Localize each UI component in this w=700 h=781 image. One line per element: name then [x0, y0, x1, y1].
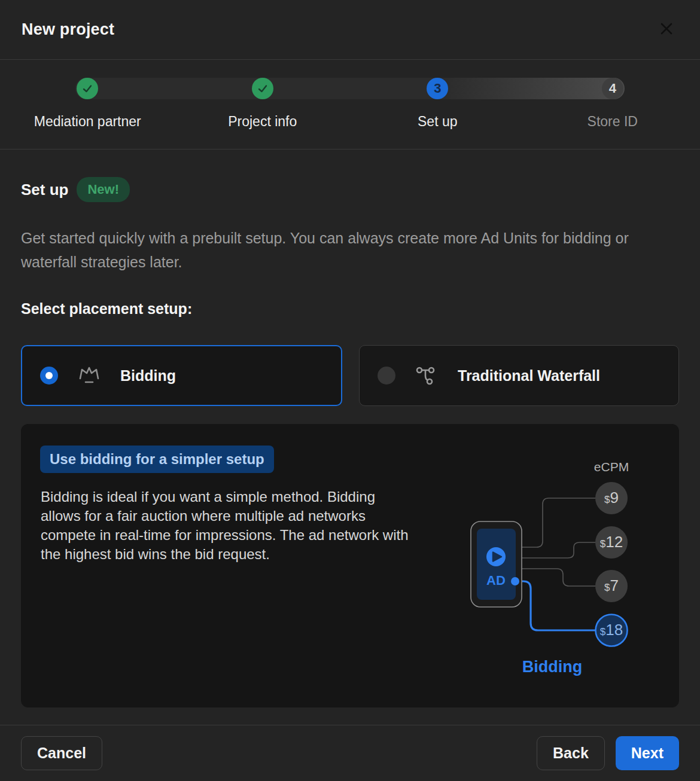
footer-right-actions: Back Next [537, 736, 679, 770]
step-4-label: Store ID [588, 114, 638, 130]
crown-icon [76, 364, 102, 388]
step-1-indicator [77, 78, 98, 99]
modal-title: New project [22, 20, 114, 39]
placement-options: Bidding Traditional Waterfall [21, 345, 679, 406]
bid-circle: $9 [595, 482, 628, 514]
bidding-tip-badge: Use bidding for a simpler setup [40, 446, 274, 473]
check-icon [256, 82, 269, 95]
setup-description: Get started quickly with a prebuilt setu… [21, 226, 679, 274]
phone-illustration: AD [471, 521, 522, 607]
modal-body: Set up New! Get started quickly with a p… [0, 150, 700, 725]
waterfall-radio[interactable] [378, 367, 395, 385]
step-2-indicator [252, 78, 273, 99]
new-badge: New! [77, 177, 130, 202]
step-4-indicator: 4 [602, 78, 623, 99]
bidding-description: Bidding is ideal if you want a simple me… [41, 487, 418, 564]
close-button[interactable] [655, 18, 678, 42]
step-set-up[interactable]: 3 Set up [350, 78, 525, 130]
stepper: Mediation partner Project info 3 Set up … [0, 60, 700, 150]
step-1-label: Mediation partner [34, 114, 141, 130]
bid-origin-dot [511, 577, 519, 585]
modal-footer: Cancel Back Next [0, 725, 700, 781]
new-project-modal: New project Mediation partner [0, 0, 700, 781]
bid-circle-winning: $18 [596, 615, 628, 646]
illustration-caption: Bidding [522, 658, 582, 676]
step-3-indicator: 3 [427, 78, 448, 99]
check-icon [81, 82, 94, 95]
step-store-id[interactable]: 4 Store ID [525, 78, 700, 130]
connector-lines [522, 498, 595, 586]
bidding-radio[interactable] [40, 367, 58, 385]
bidding-illustration: eCPM [448, 448, 664, 699]
ecpm-label: eCPM [594, 460, 629, 474]
waterfall-option-label: Traditional Waterfall [458, 367, 600, 385]
modal-header: New project [0, 0, 700, 60]
next-button[interactable]: Next [616, 736, 679, 770]
winning-bid-line [515, 581, 595, 630]
close-icon [658, 20, 675, 39]
option-traditional-waterfall[interactable]: Traditional Waterfall [359, 345, 679, 406]
bid-circle: $7 [595, 570, 628, 602]
step-mediation-partner[interactable]: Mediation partner [0, 78, 175, 130]
bid-circle: $12 [595, 526, 628, 559]
step-project-info[interactable]: Project info [175, 78, 351, 130]
play-icon [486, 547, 506, 566]
bidding-info-panel: Use bidding for a simpler setup Bidding … [21, 424, 679, 707]
setup-title-row: Set up New! [21, 177, 679, 202]
ad-label: AD [486, 573, 506, 588]
setup-section-title: Set up [21, 181, 68, 199]
select-placement-label: Select placement setup: [21, 300, 679, 318]
bidding-option-label: Bidding [120, 367, 176, 385]
cancel-button[interactable]: Cancel [21, 736, 102, 770]
step-3-label: Set up [418, 114, 458, 130]
option-bidding[interactable]: Bidding [21, 345, 342, 406]
step-2-label: Project info [228, 114, 297, 130]
back-button[interactable]: Back [537, 736, 605, 770]
waterfall-branch-icon [413, 364, 440, 388]
